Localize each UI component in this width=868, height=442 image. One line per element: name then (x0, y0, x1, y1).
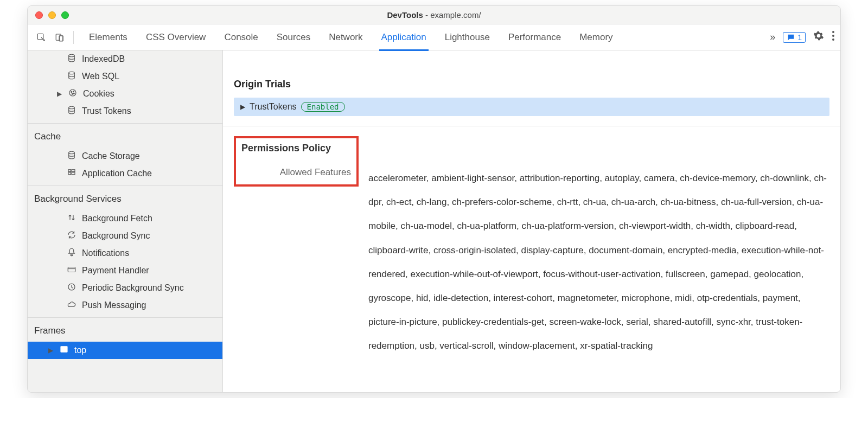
application-sidebar: IndexedDBWeb SQL▶CookiesTrust Tokens Cac… (28, 50, 223, 392)
sidebar-group-frames: Frames (28, 318, 222, 342)
sidebar-item-label: Periodic Background Sync (82, 283, 184, 293)
kebab-icon[interactable] (832, 30, 835, 44)
tab-memory[interactable]: Memory (577, 24, 615, 50)
zoom-icon[interactable] (61, 11, 69, 19)
sidebar-item-label: Application Cache (82, 169, 152, 178)
sidebar-item-label: top (74, 345, 86, 355)
svg-point-10 (71, 92, 72, 93)
devtools-window: DevTools - example.com/ ElementsCSS Over… (27, 5, 841, 393)
database-icon (67, 105, 76, 117)
close-icon[interactable] (35, 11, 43, 19)
tab-performance[interactable]: Performance (506, 24, 563, 50)
svg-point-8 (69, 72, 75, 74)
svg-rect-22 (61, 347, 67, 353)
application-main: Origin Trials ▶ TrustTokens Enabled Perm… (223, 50, 840, 392)
database-icon (67, 53, 76, 65)
svg-point-4 (832, 31, 834, 33)
svg-point-13 (73, 93, 74, 94)
sidebar-item-trust-tokens[interactable]: Trust Tokens (28, 103, 222, 120)
overflow-icon[interactable]: » (770, 31, 775, 43)
device-toggle-icon[interactable] (52, 29, 68, 46)
sidebar-item-background-fetch[interactable]: Background Fetch (28, 210, 222, 227)
frame-icon (59, 344, 69, 356)
clock-icon (67, 282, 76, 294)
sidebar-item-label: Cookies (83, 89, 114, 99)
sidebar-item-label: Web SQL (82, 72, 119, 81)
allowed-features-label: Allowed Features (280, 167, 351, 178)
tab-network[interactable]: Network (327, 24, 365, 50)
sidebar-item-label: Background Sync (82, 231, 150, 241)
disclosure-triangle-icon: ▶ (48, 347, 54, 354)
sidebar-group-cache: Cache (28, 124, 222, 148)
origin-trials-title: Origin Trials (234, 79, 829, 90)
window-title: DevTools - example.com/ (28, 10, 840, 20)
origin-trial-status: Enabled (301, 102, 345, 112)
sidebar-item-label: Cache Storage (82, 151, 140, 161)
svg-point-14 (69, 106, 75, 109)
panel-tabs: ElementsCSS OverviewConsoleSourcesNetwor… (87, 24, 615, 50)
sidebar-item-payment-handler[interactable]: Payment Handler (28, 262, 222, 279)
messages-badge[interactable]: 1 (783, 32, 806, 43)
sidebar-item-cache-storage[interactable]: Cache Storage (28, 148, 222, 165)
sidebar-item-cookies[interactable]: ▶Cookies (28, 85, 222, 103)
svg-rect-19 (72, 172, 75, 175)
sidebar-item-periodic-background-sync[interactable]: Periodic Background Sync (28, 279, 222, 297)
sidebar-item-label: Push Messaging (82, 300, 146, 310)
allowed-features-value: accelerometer, ambient-light-sensor, att… (368, 136, 829, 358)
svg-point-5 (832, 35, 834, 37)
traffic-lights (35, 11, 69, 19)
permissions-policy-section: Permissions Policy Allowed Features acce… (223, 126, 840, 373)
sidebar-group-background: Background Services (28, 186, 222, 210)
inspect-icon[interactable] (33, 29, 49, 46)
gear-icon[interactable] (813, 30, 824, 44)
svg-point-12 (72, 93, 73, 94)
sidebar-item-background-sync[interactable]: Background Sync (28, 227, 222, 245)
svg-point-7 (69, 54, 75, 57)
tab-sources[interactable]: Sources (275, 24, 312, 50)
toolbar-separator (73, 31, 74, 44)
svg-point-9 (69, 89, 76, 96)
sync-icon (67, 230, 76, 242)
svg-point-6 (832, 39, 834, 41)
grid-icon (67, 168, 76, 180)
card-icon (67, 265, 76, 277)
sidebar-item-application-cache[interactable]: Application Cache (28, 165, 222, 182)
sidebar-item-web-sql[interactable]: Web SQL (28, 68, 222, 85)
sidebar-item-notifications[interactable]: Notifications (28, 245, 222, 262)
sidebar-item-indexeddb[interactable]: IndexedDB (28, 50, 222, 68)
cookie-icon (68, 88, 78, 100)
svg-rect-20 (68, 267, 75, 272)
sidebar-item-label: IndexedDB (82, 54, 125, 64)
tab-elements[interactable]: Elements (87, 24, 130, 50)
sidebar-item-label: Background Fetch (82, 214, 152, 223)
sidebar-item-top[interactable]: ▶top (28, 342, 222, 359)
disclosure-triangle-icon: ▶ (57, 90, 62, 98)
sidebar-item-label: Payment Handler (82, 266, 149, 276)
origin-trial-row[interactable]: ▶ TrustTokens Enabled (234, 98, 829, 116)
updown-icon (67, 213, 76, 225)
messages-count: 1 (797, 33, 802, 42)
devtools-toolbar: ElementsCSS OverviewConsoleSourcesNetwor… (28, 24, 840, 50)
database-icon (67, 150, 76, 162)
database-icon (67, 71, 76, 82)
tab-css-overview[interactable]: CSS Overview (144, 24, 208, 50)
svg-rect-18 (68, 172, 71, 175)
origin-trial-name: TrustTokens (250, 102, 297, 112)
minimize-icon[interactable] (48, 11, 56, 19)
sidebar-item-push-messaging[interactable]: Push Messaging (28, 297, 222, 314)
tab-console[interactable]: Console (222, 24, 260, 50)
titlebar: DevTools - example.com/ (28, 6, 840, 24)
permissions-policy-highlight: Permissions Policy Allowed Features (234, 136, 359, 187)
svg-rect-16 (68, 170, 71, 172)
permissions-policy-title: Permissions Policy (241, 143, 331, 154)
sidebar-item-label: Trust Tokens (82, 106, 131, 116)
tab-application[interactable]: Application (379, 25, 429, 51)
disclosure-triangle-icon: ▶ (240, 103, 245, 111)
tab-lighthouse[interactable]: Lighthouse (443, 24, 492, 50)
bell-icon (67, 247, 76, 259)
sidebar-item-label: Notifications (82, 248, 129, 258)
svg-rect-17 (72, 170, 75, 172)
origin-trials-section: Origin Trials ▶ TrustTokens Enabled (223, 67, 840, 126)
svg-point-11 (73, 91, 74, 92)
cloud-icon (67, 299, 76, 311)
